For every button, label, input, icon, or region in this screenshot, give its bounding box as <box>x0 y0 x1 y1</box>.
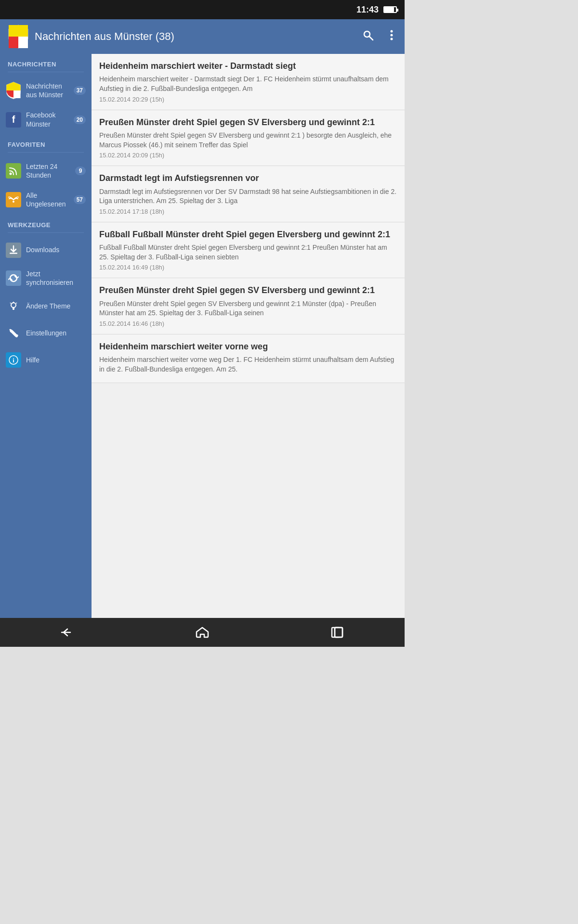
facebook-label: Facebook Münster <box>26 111 74 128</box>
status-time: 11:43 <box>356 5 379 15</box>
svg-line-4 <box>369 37 373 40</box>
nachrichten-header: NACHRICHTEN <box>0 54 92 72</box>
news-item-4[interactable]: Fußball Fußball Münster dreht Spiel gege… <box>92 222 405 279</box>
news-title-3: Darmstadt legt im Aufstiegsrennen vor <box>99 173 397 184</box>
hilfe-label: Hilfe <box>26 356 86 364</box>
signal-icon <box>6 192 21 207</box>
facebook-badge: 20 <box>74 116 86 124</box>
section-favoriten: FAVORITEN Letzten 24 Stunden 9 <box>0 134 92 215</box>
sync-icon <box>6 270 21 286</box>
werkzeuge-divider <box>8 232 84 233</box>
back-button[interactable] <box>44 621 91 644</box>
news-title-6: Heidenheim marschiert weiter vorne weg <box>99 341 397 352</box>
nachrichten-badge: 37 <box>74 86 86 95</box>
app-bar-title: Nachrichten aus Münster (38) <box>35 30 358 43</box>
rss-icon <box>6 163 21 179</box>
news-excerpt-6: Heidenheim marschiert weiter vorne weg D… <box>99 355 397 374</box>
news-date-5: 15.02.2014 16:46 (18h) <box>99 320 397 327</box>
ungelesenen-badge: 57 <box>74 195 86 204</box>
ungelesenen-label: Alle Ungelesenen <box>26 191 74 208</box>
news-title-4: Fußball Fußball Münster dreht Spiel gege… <box>99 229 397 240</box>
app-bar-icons <box>358 26 397 48</box>
news-excerpt-1: Heidenheim marschiert weiter - Darmstadt… <box>99 75 397 93</box>
svg-point-7 <box>391 38 393 40</box>
battery-icon <box>383 6 397 13</box>
svg-point-12 <box>11 303 16 308</box>
recent-button[interactable] <box>314 621 360 644</box>
home-icon <box>194 626 211 639</box>
svg-rect-2 <box>18 37 28 48</box>
app-bar: Nachrichten aus Münster (38) <box>0 19 405 54</box>
news-item-1[interactable]: Heidenheim marschiert weiter - Darmstadt… <box>92 54 405 110</box>
news-item-2[interactable]: Preußen Münster dreht Spiel gegen SV Elv… <box>92 110 405 167</box>
svg-rect-21 <box>335 628 342 637</box>
app-logo <box>8 24 29 49</box>
sidebar-item-theme[interactable]: Ändere Theme <box>0 293 92 320</box>
news-date-4: 15.02.2014 16:49 (18h) <box>99 264 397 271</box>
more-button[interactable] <box>386 26 397 48</box>
news-excerpt-3: Darmstadt legt im Aufstiegsrennen vor De… <box>99 187 397 206</box>
svg-point-10 <box>13 201 14 203</box>
news-title-5: Preußen Münster dreht Spiel gegen SV Elv… <box>99 285 397 296</box>
svg-point-9 <box>10 172 12 175</box>
sidebar-item-letzten24[interactable]: Letzten 24 Stunden 9 <box>0 156 92 185</box>
search-button[interactable] <box>358 26 378 48</box>
svg-rect-11 <box>10 253 17 254</box>
news-excerpt-2: Preußen Münster dreht Spiel gegen SV Elv… <box>99 131 397 150</box>
news-title-1: Heidenheim marschiert weiter - Darmstadt… <box>99 61 397 72</box>
werkzeuge-header: WERKZEUGE <box>0 215 92 232</box>
nachrichten-label: Nachrichten aus Münster <box>26 82 74 99</box>
news-item-6[interactable]: Heidenheim marschiert weiter vorne weg H… <box>92 334 405 384</box>
download-icon <box>6 243 21 258</box>
nachrichten-divider <box>8 72 84 72</box>
sidebar-item-einstellungen[interactable]: Einstellungen <box>0 320 92 346</box>
letzten24-label: Letzten 24 Stunden <box>26 162 75 180</box>
wrench-icon <box>6 325 21 341</box>
news-date-3: 15.02.2014 17:18 (18h) <box>99 208 397 215</box>
sidebar-item-downloads[interactable]: Downloads <box>0 237 92 264</box>
status-icons <box>383 6 397 13</box>
news-item-3[interactable]: Darmstadt legt im Aufstiegsrennen vor Da… <box>92 166 405 222</box>
sidebar-item-nachrichten[interactable]: Nachrichten aus Münster 37 <box>0 76 92 105</box>
main-content: NACHRICHTEN Nachrichten aus Münster 37 <box>0 54 405 618</box>
recent-icon <box>328 626 346 639</box>
svg-line-14 <box>10 303 11 304</box>
svg-point-6 <box>391 34 393 37</box>
svg-rect-8 <box>13 90 21 98</box>
more-icon <box>390 29 393 41</box>
svg-line-15 <box>16 303 17 304</box>
bottom-nav <box>0 618 405 647</box>
home-button[interactable] <box>179 621 225 644</box>
back-icon <box>59 626 76 639</box>
downloads-label: Downloads <box>26 245 86 254</box>
news-date-2: 15.02.2014 20:09 (15h) <box>99 152 397 159</box>
sidebar-item-ungelesenen[interactable]: Alle Ungelesenen 57 <box>0 185 92 214</box>
sidebar-item-facebook[interactable]: f Facebook Münster 20 <box>0 105 92 134</box>
info-icon: i <box>6 352 21 368</box>
section-werkzeuge: WERKZEUGE Downloads <box>0 215 92 373</box>
sidebar: NACHRICHTEN Nachrichten aus Münster 37 <box>0 54 92 618</box>
favoriten-header: FAVORITEN <box>0 134 92 152</box>
news-title-2: Preußen Münster dreht Spiel gegen SV Elv… <box>99 117 397 128</box>
section-nachrichten: NACHRICHTEN Nachrichten aus Münster 37 <box>0 54 92 134</box>
svg-text:i: i <box>13 357 14 364</box>
status-bar: 11:43 <box>0 0 405 19</box>
favoriten-divider <box>8 152 84 153</box>
svg-line-17 <box>16 329 18 331</box>
news-feed: Heidenheim marschiert weiter - Darmstadt… <box>92 54 405 618</box>
bulb-icon <box>6 298 21 314</box>
facebook-icon: f <box>6 112 21 128</box>
news-excerpt-5: Preußen Münster dreht Spiel gegen SV Elv… <box>99 299 397 318</box>
news-excerpt-4: Fußball Fußball Münster dreht Spiel gege… <box>99 243 397 262</box>
einstellungen-label: Einstellungen <box>26 329 86 337</box>
news-date-1: 15.02.2014 20:29 (15h) <box>99 96 397 103</box>
letzten24-badge: 9 <box>75 167 86 175</box>
theme-label: Ändere Theme <box>26 302 86 310</box>
svg-point-5 <box>391 30 393 33</box>
news-item-5[interactable]: Preußen Münster dreht Spiel gegen SV Elv… <box>92 278 405 334</box>
sync-label: Jetzt synchronisieren <box>26 270 86 287</box>
shield-logo-icon <box>6 83 21 98</box>
sidebar-item-sync[interactable]: Jetzt synchronisieren <box>0 264 92 293</box>
search-icon <box>362 29 374 41</box>
sidebar-item-hilfe[interactable]: i Hilfe <box>0 346 92 373</box>
